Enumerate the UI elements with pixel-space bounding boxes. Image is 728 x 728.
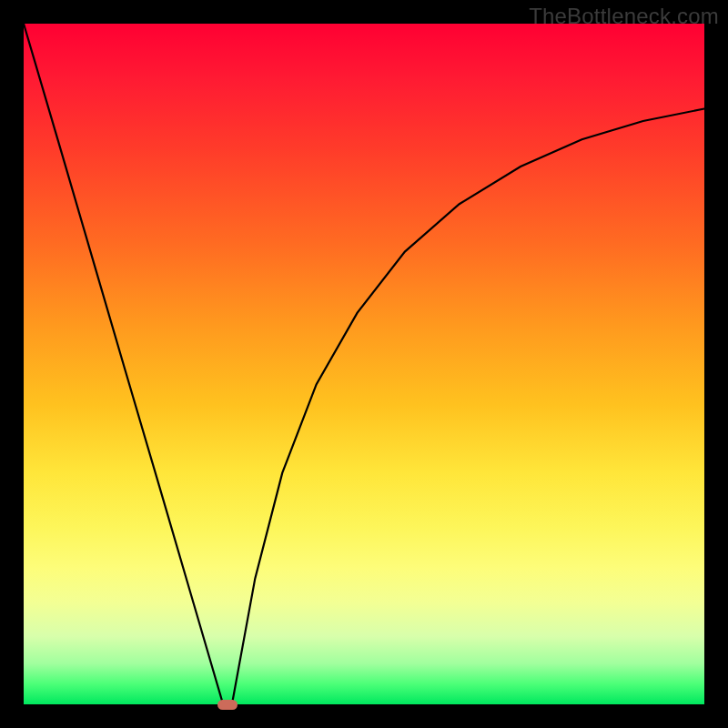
watermark-text: TheBottleneck.com (529, 4, 719, 29)
minimum-marker (217, 700, 238, 710)
curve-right-branch (232, 109, 704, 705)
plot-area (24, 24, 704, 704)
curve-left-branch (24, 24, 223, 704)
curve-svg (24, 24, 704, 704)
chart-frame: TheBottleneck.com (0, 0, 728, 728)
